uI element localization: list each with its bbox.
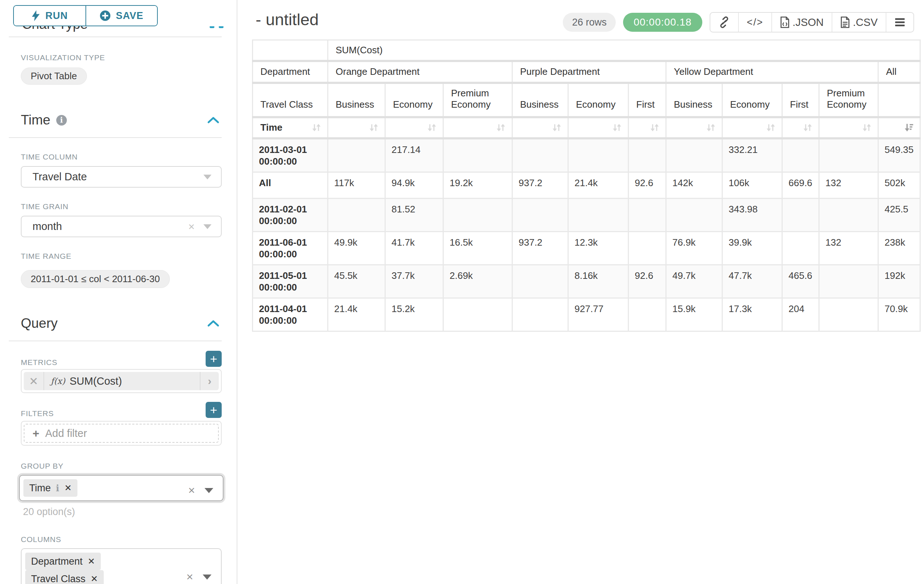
value-cell bbox=[666, 138, 723, 172]
visualization-type-value[interactable]: Pivot Table bbox=[21, 67, 87, 85]
sort-icon[interactable] bbox=[312, 123, 322, 133]
sort-desc-active-icon[interactable] bbox=[904, 123, 914, 133]
file-json-icon bbox=[780, 16, 790, 28]
share-link-button[interactable] bbox=[710, 13, 738, 32]
plus-icon: + bbox=[33, 427, 40, 440]
sort-icon[interactable] bbox=[552, 123, 562, 133]
sort-icon[interactable] bbox=[496, 123, 506, 133]
section-divider bbox=[9, 341, 222, 341]
column-sort-header[interactable] bbox=[443, 117, 512, 138]
chevron-down-icon[interactable] bbox=[203, 574, 211, 580]
value-cell: 937.2 bbox=[512, 231, 568, 265]
control-panel-sidebar: Chart Type RUN SAVE bbox=[0, 0, 237, 584]
sort-icon[interactable] bbox=[427, 123, 437, 133]
pivot-table-container: SUM(Cost) DepartmentOrange DepartmentPur… bbox=[252, 39, 924, 332]
row-label: 2011-02-01 00:00:00 bbox=[253, 198, 328, 231]
export-json-button[interactable]: .JSON bbox=[771, 13, 832, 32]
view-query-button[interactable]: </> bbox=[738, 13, 771, 32]
value-cell bbox=[512, 198, 568, 231]
add-filter-button[interactable]: + Add filter bbox=[24, 424, 219, 443]
sort-icon[interactable] bbox=[766, 123, 776, 133]
time-grain-select[interactable]: month × bbox=[21, 216, 222, 237]
sort-icon[interactable] bbox=[862, 123, 872, 133]
time-column-select[interactable]: Travel Date bbox=[21, 166, 222, 188]
value-cell: 217.14 bbox=[385, 138, 443, 172]
menu-button[interactable] bbox=[886, 13, 913, 32]
add-filter-plus-button[interactable]: + bbox=[206, 402, 222, 418]
remove-tag-icon[interactable]: ✕ bbox=[87, 556, 95, 566]
clear-icon[interactable]: × bbox=[188, 220, 195, 233]
export-csv-button[interactable]: .CSV bbox=[832, 13, 886, 32]
filters-field: + Add filter bbox=[21, 421, 222, 446]
save-button[interactable]: SAVE bbox=[86, 6, 157, 26]
value-cell bbox=[328, 138, 385, 172]
value-cell bbox=[782, 198, 819, 231]
column-sort-header[interactable] bbox=[629, 117, 666, 138]
column-sort-header[interactable] bbox=[723, 117, 782, 138]
value-cell bbox=[512, 298, 568, 331]
run-button[interactable]: RUN bbox=[14, 6, 86, 26]
time-sort-header[interactable]: Time bbox=[253, 117, 328, 138]
clear-icon[interactable]: × bbox=[186, 570, 193, 584]
chevron-up-icon[interactable] bbox=[207, 320, 219, 327]
run-button-label: RUN bbox=[45, 10, 68, 21]
sort-header-row: Time bbox=[253, 117, 920, 138]
clear-icon[interactable]: × bbox=[188, 484, 195, 497]
save-button-label: SAVE bbox=[116, 10, 144, 21]
visualization-type-label: VISUALIZATION TYPE bbox=[21, 53, 222, 62]
column-sort-header[interactable] bbox=[328, 117, 385, 138]
sort-icon[interactable] bbox=[650, 123, 660, 133]
value-cell: 16.5k bbox=[443, 231, 512, 265]
column-sort-header[interactable] bbox=[385, 117, 443, 138]
value-cell bbox=[443, 138, 512, 172]
explore-view: Chart Type RUN SAVE bbox=[0, 0, 924, 584]
value-cell bbox=[666, 198, 723, 231]
sort-icon[interactable] bbox=[369, 123, 379, 133]
info-icon[interactable]: i bbox=[56, 483, 59, 494]
metric-pill[interactable]: ✕ ƒ(x) SUM(Cost) › bbox=[24, 372, 219, 390]
column-sort-header[interactable] bbox=[568, 117, 629, 138]
value-cell bbox=[443, 298, 512, 331]
group-by-tag-time[interactable]: Time i ✕ bbox=[23, 479, 78, 497]
query-section-title: Query bbox=[21, 316, 58, 331]
row-label: 2011-06-01 00:00:00 bbox=[253, 231, 328, 265]
sort-icon[interactable] bbox=[612, 123, 622, 133]
add-metric-button[interactable]: + bbox=[206, 351, 222, 367]
chart-panel: - untitled 26 rows 00:00:00.18 </> bbox=[237, 0, 924, 584]
remove-metric-icon[interactable]: ✕ bbox=[24, 372, 44, 390]
travel-class-header-row: Travel ClassBusinessEconomyPremium Econo… bbox=[253, 83, 920, 117]
value-cell: 76.9k bbox=[666, 231, 723, 265]
file-csv-icon bbox=[840, 16, 850, 28]
column-sort-header[interactable] bbox=[782, 117, 819, 138]
columns-tag-department[interactable]: Department ✕ bbox=[25, 553, 101, 570]
value-cell: 927.77 bbox=[568, 298, 629, 331]
query-section-header[interactable]: Query bbox=[21, 316, 222, 331]
value-cell bbox=[328, 198, 385, 231]
columns-select[interactable]: Department ✕ Travel Class ✕ × bbox=[21, 548, 222, 584]
remove-tag-icon[interactable]: ✕ bbox=[64, 483, 72, 493]
value-cell bbox=[629, 231, 666, 265]
chevron-down-icon[interactable] bbox=[205, 488, 213, 493]
table-row: All117k94.9k19.2k937.221.4k92.6142k106k6… bbox=[253, 172, 920, 198]
value-cell: 132 bbox=[819, 172, 878, 198]
sort-icon[interactable] bbox=[803, 123, 813, 133]
sort-icon[interactable] bbox=[706, 123, 716, 133]
value-cell bbox=[819, 298, 878, 331]
all-column-sort-header[interactable] bbox=[878, 117, 920, 138]
link-icon bbox=[718, 16, 730, 28]
run-save-button-group: RUN SAVE bbox=[13, 5, 158, 26]
value-cell: 238k bbox=[878, 231, 920, 265]
column-sort-header[interactable] bbox=[666, 117, 723, 138]
chevron-right-icon[interactable]: › bbox=[200, 372, 219, 390]
time-section-header[interactable]: Time i bbox=[21, 112, 222, 128]
chevron-up-icon[interactable] bbox=[207, 117, 219, 124]
time-range-value[interactable]: 2011-01-01 ≤ col < 2011-06-30 bbox=[21, 270, 170, 288]
group-by-select[interactable]: Time i ✕ × bbox=[19, 475, 223, 501]
column-sort-header[interactable] bbox=[819, 117, 878, 138]
columns-tag-travel-class[interactable]: Travel Class ✕ bbox=[25, 570, 104, 584]
value-cell: 92.6 bbox=[629, 265, 666, 298]
column-sort-header[interactable] bbox=[512, 117, 568, 138]
time-column-value: Travel Date bbox=[33, 171, 87, 183]
remove-tag-icon[interactable]: ✕ bbox=[91, 574, 98, 584]
section-divider bbox=[9, 137, 222, 138]
